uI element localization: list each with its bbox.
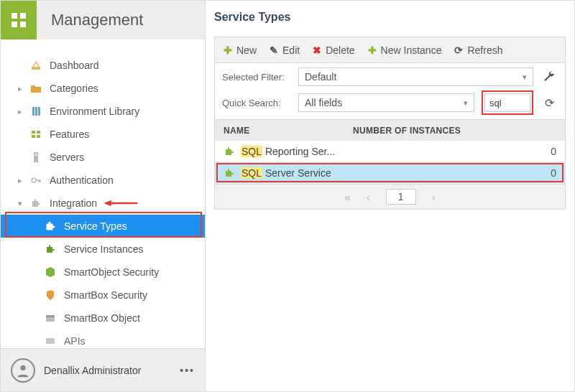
- svg-rect-20: [46, 338, 55, 344]
- svg-point-21: [20, 365, 25, 370]
- features-icon: [29, 129, 42, 140]
- svg-rect-19: [46, 315, 55, 317]
- table-row[interactable]: SQL Reporting Ser... 0: [215, 141, 565, 162]
- library-icon: [29, 106, 42, 117]
- sidebar-item-dashboard[interactable]: Dashboard: [1, 54, 205, 77]
- selected-filter-dropdown[interactable]: Default ▾: [298, 67, 533, 86]
- new-button[interactable]: ✚ New: [224, 45, 257, 56]
- new-instance-button[interactable]: ✚ New Instance: [368, 45, 442, 56]
- sidebar-item-label: SmartObject Security: [64, 266, 159, 278]
- table-header: NAME NUMBER OF INSTANCES: [214, 119, 566, 141]
- cube-icon: [44, 266, 57, 278]
- wrench-icon: [543, 70, 556, 83]
- selected-filter-label: Selected Filter:: [222, 72, 291, 83]
- plus-icon: ✚: [368, 45, 377, 56]
- search-refresh-button[interactable]: ⟳: [540, 94, 558, 111]
- svg-rect-13: [34, 154, 37, 154]
- user-name: Denallix Administrator: [44, 365, 141, 376]
- sidebar-item-integration[interactable]: Integration: [1, 192, 205, 215]
- refresh-icon: ⟳: [545, 96, 554, 110]
- puzzle-icon: [224, 146, 235, 157]
- puzzle-icon: [29, 197, 42, 209]
- quick-search-input[interactable]: [484, 93, 530, 112]
- puzzle-icon: [44, 243, 57, 255]
- sidebar-footer: Denallix Administrator •••: [1, 348, 205, 391]
- sidebar-item-service-types[interactable]: Service Types: [1, 215, 205, 238]
- row-instance-count: 0: [551, 146, 556, 157]
- server-icon: [29, 151, 42, 163]
- button-label: Edit: [282, 45, 300, 56]
- row-name: SQL Server Service: [241, 167, 331, 179]
- svg-point-15: [32, 178, 36, 182]
- svg-rect-9: [37, 131, 40, 134]
- svg-rect-10: [32, 135, 35, 138]
- sidebar-item-environment-library[interactable]: Environment Library: [1, 100, 205, 123]
- box-icon: [44, 312, 57, 324]
- column-header-name[interactable]: NAME: [224, 126, 353, 136]
- quick-search-label: Quick Search:: [222, 98, 291, 108]
- api-icon: [44, 335, 57, 347]
- user-icon: [15, 363, 31, 378]
- annotation-arrow-icon: [103, 198, 139, 208]
- plus-icon: ✚: [224, 45, 232, 56]
- row-instance-count: 0: [551, 167, 556, 179]
- sidebar-item-apis[interactable]: APIs: [1, 330, 205, 348]
- sidebar-item-label: SmartBox Object: [64, 312, 140, 324]
- sidebar-nav: Dashboard Categories Environment Library: [1, 39, 205, 348]
- svg-rect-2: [12, 22, 17, 27]
- pencil-icon: ✎: [270, 45, 278, 56]
- dropdown-value: All fields: [305, 97, 342, 108]
- filter-panel: Selected Filter: Default ▾ Quick Search:…: [214, 62, 566, 119]
- sidebar-item-service-instances[interactable]: Service Instances: [1, 238, 205, 261]
- sidebar-item-smartbox-object[interactable]: SmartBox Object: [1, 307, 205, 330]
- chevron-down-icon: ▾: [464, 98, 468, 108]
- toolbar: ✚ New ✎ Edit ✖ Delete ✚ New Instance ⟳ R…: [214, 37, 566, 62]
- shield-icon: [44, 289, 57, 301]
- svg-rect-14: [34, 155, 37, 156]
- grid-icon: [10, 11, 27, 29]
- more-menu-button[interactable]: •••: [180, 365, 195, 376]
- pager-first-button[interactable]: «: [344, 191, 350, 203]
- svg-rect-4: [32, 67, 40, 70]
- sidebar-item-label: Integration: [50, 197, 97, 209]
- pager-prev-button[interactable]: ‹: [367, 191, 370, 203]
- quick-search-field-dropdown[interactable]: All fields ▾: [298, 93, 474, 112]
- sidebar-item-smartbox-security[interactable]: SmartBox Security: [1, 284, 205, 307]
- page-title: Service Types: [214, 11, 566, 24]
- svg-rect-1: [20, 13, 26, 19]
- chevron-down-icon: ▾: [523, 73, 527, 82]
- sidebar-item-label: Categories: [50, 83, 98, 94]
- svg-rect-5: [32, 107, 34, 116]
- pager-next-button[interactable]: ›: [432, 191, 436, 203]
- sidebar-item-servers[interactable]: Servers: [1, 146, 205, 169]
- sidebar-item-categories[interactable]: Categories: [1, 77, 205, 100]
- button-label: Refresh: [467, 45, 502, 56]
- main-content: Service Types ✚ New ✎ Edit ✖ Delete ✚ Ne…: [206, 1, 574, 391]
- svg-rect-6: [35, 107, 37, 116]
- delete-button[interactable]: ✖ Delete: [313, 45, 354, 56]
- cross-icon: ✖: [313, 45, 321, 56]
- row-name: SQL Reporting Ser...: [241, 146, 335, 157]
- refresh-button[interactable]: ⟳ Refresh: [454, 45, 502, 56]
- column-header-instances[interactable]: NUMBER OF INSTANCES: [353, 126, 556, 136]
- button-label: New: [236, 45, 257, 56]
- table-row[interactable]: SQL Server Service 0: [215, 162, 565, 184]
- app-logo[interactable]: [1, 1, 37, 39]
- sidebar-item-features[interactable]: Features: [1, 123, 205, 146]
- table-body: SQL Reporting Ser... 0 SQL Server Servic…: [214, 141, 566, 184]
- edit-button[interactable]: ✎ Edit: [270, 45, 300, 56]
- sidebar-item-label: Environment Library: [50, 106, 139, 117]
- button-label: New Instance: [381, 45, 442, 56]
- sidebar-item-label: Dashboard: [50, 60, 99, 71]
- filter-settings-button[interactable]: [540, 68, 558, 85]
- sidebar-item-label: Servers: [50, 151, 84, 163]
- svg-rect-3: [20, 22, 26, 27]
- svg-rect-8: [32, 131, 35, 134]
- sidebar-item-authentication[interactable]: Authentication: [1, 169, 205, 192]
- pager-current-page[interactable]: 1: [386, 189, 416, 205]
- key-icon: [29, 174, 42, 186]
- svg-rect-11: [37, 135, 40, 138]
- avatar[interactable]: [11, 358, 35, 383]
- puzzle-icon: [44, 220, 57, 232]
- sidebar-item-smartobject-security[interactable]: SmartObject Security: [1, 261, 205, 284]
